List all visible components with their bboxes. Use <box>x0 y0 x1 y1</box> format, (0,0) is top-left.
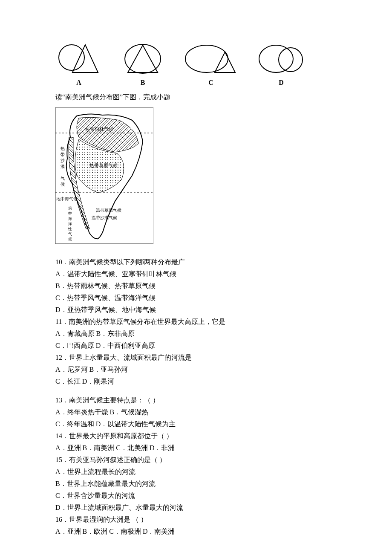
svg-text:气: 气 <box>68 232 72 236</box>
diagram-item-a: A <box>55 43 102 88</box>
map-label-mediterranean: 地中海气候 <box>56 197 78 201</box>
q11-opts-2: C．巴西高原 D．中西伯利亚高原 <box>55 341 337 351</box>
svg-marker-1 <box>72 45 98 72</box>
q15-stem: 15．有关亚马孙河叙述正确的是（ ） <box>55 455 337 465</box>
q15-opt-d: D．世界上流域面积最广、水量最大的河流 <box>55 503 337 513</box>
q10-opt-c: C．热带季风气候、温带海洋气候 <box>55 293 337 303</box>
svg-marker-5 <box>215 52 235 72</box>
svg-text:气: 气 <box>61 176 65 181</box>
q13-opts-2: C．终年温和 D．以温带大陆性气候为主 <box>55 419 337 429</box>
svg-text:带: 带 <box>61 152 65 157</box>
q12-stem: 12．世界上水量最大、流域面积最广的河流是 <box>55 353 337 363</box>
q15-opt-b: B．世界上水能蕴藏量最大的河流 <box>55 479 337 489</box>
svg-text:洋: 洋 <box>68 222 72 226</box>
svg-text:候: 候 <box>68 237 72 241</box>
q16-opts: A．亚洲 B．欧洲 C．南极洲 D．南美洲 <box>55 526 337 537</box>
diagram-label-d: D <box>279 78 284 88</box>
q13-stem: 13．南美洲气候主要特点是：（ ） <box>55 395 337 405</box>
svg-text:性: 性 <box>68 227 72 231</box>
q13-opts-1: A．终年炎热干燥 B．气候湿热 <box>55 407 337 417</box>
south-america-map-icon: 热带雨林气候 热带草原气候 热 带 沙 漠 气 候 地中海气候 温 带 海 洋 … <box>55 107 153 244</box>
diagram-label-b: B <box>141 78 145 88</box>
diagram-d-icon <box>256 43 307 77</box>
diagram-item-d: D <box>256 43 307 88</box>
diagram-label-a: A <box>76 78 81 88</box>
svg-text:海: 海 <box>68 217 72 221</box>
q10-opt-a: A．温带大陆性气候、亚寒带针叶林气候 <box>55 269 337 279</box>
svg-text:带: 带 <box>68 211 72 216</box>
q11-opts-1: A．青藏高原 B．东非高原 <box>55 329 337 339</box>
svg-text:沙: 沙 <box>61 158 65 163</box>
q15-opt-a: A．世界上流程最长的河流 <box>55 467 337 477</box>
diagram-row: A B C D <box>55 43 337 88</box>
q10-opt-d: D．亚热带季风气候、地中海气候 <box>55 305 337 315</box>
climate-map: 热带雨林气候 热带草原气候 热 带 沙 漠 气 候 地中海气候 温 带 海 洋 … <box>55 107 337 247</box>
q10-stem: 10．南美洲气候类型以下列哪两种分布最广 <box>55 257 337 267</box>
diagram-item-b: B <box>119 43 166 88</box>
q12-opts-1: A．尼罗河 B．亚马孙河 <box>55 364 337 375</box>
q14-stem: 14．世界最大的平原和高原都位于（ ） <box>55 431 337 441</box>
svg-text:漠: 漠 <box>61 164 65 169</box>
q16-stem: 16．世界最湿润的大洲是 （ ） <box>55 515 337 525</box>
q14-opts: A．亚洲 B．南美洲 C．北美洲 D．非洲 <box>55 443 337 453</box>
map-label-grassland: 热带草原气候 <box>89 163 118 168</box>
map-label-temp-desert: 温带沙漠气候 <box>92 215 117 220</box>
map-label-maritime: 温 <box>68 206 72 211</box>
diagram-item-c: C <box>183 43 239 88</box>
svg-point-0 <box>59 45 84 70</box>
map-label-temp-grass: 温带草原气候 <box>96 208 121 213</box>
q11-stem: 11．南美洲的热带草原气候分布在世界最大高原上，它是 <box>55 317 337 327</box>
map-label-rainforest: 热带雨林气候 <box>85 127 113 132</box>
diagram-b-icon <box>119 43 166 77</box>
diagram-label-c: C <box>208 78 213 88</box>
diagram-a-icon <box>55 43 102 77</box>
q15-opt-c: C．世界含沙量最大的河流 <box>55 491 337 501</box>
svg-text:候: 候 <box>61 182 65 187</box>
q12-opts-2: C．长江 D．刚果河 <box>55 376 337 387</box>
svg-point-6 <box>259 45 293 72</box>
diagram-c-icon <box>183 43 239 77</box>
q10-opt-b: B．热带雨林气候、热带草原气候 <box>55 281 337 291</box>
svg-marker-3 <box>128 45 158 72</box>
map-label-desert-w: 热 <box>61 146 65 151</box>
intro-text: 读“南美洲气候分布图”下图，完成小题 <box>55 92 337 102</box>
